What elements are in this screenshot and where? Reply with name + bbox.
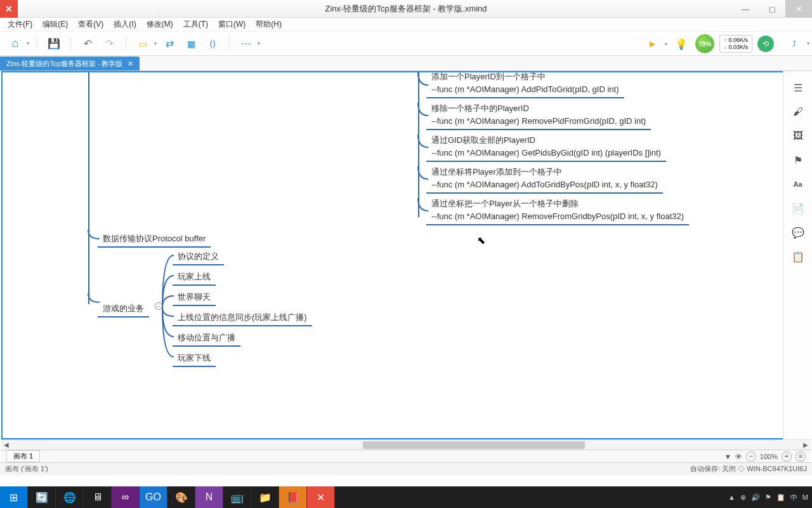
comments-icon[interactable]: 💬 [792, 226, 804, 239]
filter-icon[interactable]: ▼ [724, 453, 731, 460]
node-protocol-buffer[interactable]: 数据传输协议Protocol buffer [98, 231, 211, 248]
summary-icon[interactable]: ⟨⟩ [204, 35, 221, 53]
toolbar: ⌂▾ 💾 ↶ ↷ ▭▾ ⇄ ▦ ⟨⟩ ⋯▾ ▶▾ 💡 79% 0.06K/s 0… [0, 32, 812, 56]
relationship-icon[interactable]: ⇄ [160, 35, 178, 53]
taskbar-goland[interactable]: GO [140, 486, 167, 508]
taskbar-onenote[interactable]: N [195, 486, 223, 508]
text-icon[interactable]: Aa [792, 178, 804, 190]
more-icon[interactable]: ⋯ [237, 35, 255, 53]
eye-icon[interactable]: 👁 [735, 453, 742, 460]
mouse-cursor-icon: ⬉ [477, 234, 485, 246]
node-func-2[interactable]: 通过GID获取全部的PlayerID --func (m *AOIManager… [426, 132, 666, 162]
node-game-business[interactable]: 游戏的业务 [98, 301, 149, 318]
outline-icon[interactable]: ☰ [792, 81, 804, 94]
image-icon[interactable]: 🖼 [792, 130, 804, 142]
node-func-3[interactable]: 通过坐标将Player添加到一个格子中 --func (m *AOIManage… [426, 164, 663, 194]
tab-bar: Zinx-轻量级的Tcp服务器框架 - 教学版 ✕ [0, 56, 812, 71]
node-func-1[interactable]: 移除一个格子中的PlayerID --func (m *AOIManager) … [426, 100, 651, 130]
taskbar-xmind[interactable]: ✕ [307, 486, 335, 508]
windows-taskbar: ⊞ 🔄 🌐 🖥 ∞ GO 🎨 N 📺 📁 📕 ✕ ▲ ⊕ 🔊 ⚑ 📋 中 M [0, 486, 812, 508]
task-icon[interactable]: 📋 [792, 250, 804, 263]
menu-view[interactable]: 查看(V) [74, 18, 107, 31]
horizontal-scrollbar[interactable]: ◀ ▶ [1, 439, 811, 450]
node-sub-4[interactable]: 移动位置与广播 [173, 330, 240, 347]
idea-icon[interactable]: 💡 [672, 35, 690, 53]
redo-icon[interactable]: ↷ [100, 35, 118, 53]
menu-modify[interactable]: 修改(M) [143, 18, 177, 31]
zoom-value: 100% [760, 453, 778, 460]
menu-tools[interactable]: 工具(T) [180, 18, 212, 31]
fit-button[interactable]: ≡ [796, 451, 806, 462]
taskbar-paint[interactable]: 🎨 [167, 486, 195, 508]
menu-bar: 文件(F) 编辑(E) 查看(V) 插入(I) 修改(M) 工具(T) 窗口(W… [0, 18, 812, 32]
export-icon[interactable]: ⤴ [785, 35, 803, 53]
node-func-4[interactable]: 通过坐标把一个Player从一个格子中删除 --func (m *AOIMana… [426, 196, 689, 225]
taskbar-vs[interactable]: ∞ [112, 486, 140, 508]
taskbar-chrome[interactable]: 🌐 [56, 486, 84, 508]
topic-icon[interactable]: ▭ [134, 35, 152, 53]
marker-icon[interactable]: ⚑ [792, 154, 804, 166]
zoom-out-button[interactable]: − [746, 451, 756, 462]
right-sidebar: ☰ 🖌 🖼 ⚑ Aa 📄 💬 📋 [783, 71, 812, 439]
node-sub-5[interactable]: 玩家下线 [173, 351, 216, 367]
presentation-icon[interactable]: ▶ [643, 35, 661, 53]
app-logo-icon: ✕ [0, 0, 18, 18]
tab-label: Zinx-轻量级的Tcp服务器框架 - 教学版 [6, 59, 122, 69]
percent-badge: 79% [695, 34, 714, 53]
node-sub-1[interactable]: 玩家上线 [173, 269, 216, 286]
boundary-icon[interactable]: ▦ [182, 35, 200, 53]
menu-insert[interactable]: 插入(I) [110, 18, 140, 31]
home-icon[interactable]: ⌂ [6, 35, 24, 53]
save-icon[interactable]: 💾 [45, 35, 63, 53]
taskbar-app-8[interactable]: 📺 [223, 486, 251, 508]
menu-file[interactable]: 文件(F) [4, 18, 36, 31]
system-tray[interactable]: ▲ ⊕ 🔊 ⚑ 📋 中 M [728, 493, 808, 502]
zoom-in-button[interactable]: + [782, 451, 792, 462]
menu-window[interactable]: 窗口(W) [214, 18, 249, 31]
collapse-toggle[interactable]: − [155, 302, 162, 310]
minimize-button[interactable]: — [732, 0, 759, 18]
node-sub-2[interactable]: 世界聊天 [173, 290, 216, 306]
status-right: 自动保存: 关闭 ◇ WIN-BC847K1UI6J [690, 464, 807, 474]
node-func-0[interactable]: 添加一个PlayerID到一个格子中 --func (m *AOIManager… [426, 71, 624, 98]
start-button[interactable]: ⊞ [0, 486, 28, 508]
title-bar: ✕ Zinx-轻量级的Tcp服务器框架 - 教学版.xmind — ◻ ✕ [0, 0, 812, 18]
sheet-tab[interactable]: 画布 1 [6, 450, 40, 462]
taskbar-app-3[interactable]: 🖥 [84, 486, 112, 508]
node-sub-0[interactable]: 协议的定义 [173, 249, 224, 265]
document-tab[interactable]: Zinx-轻量级的Tcp服务器框架 - 教学版 ✕ [0, 57, 140, 70]
close-button[interactable]: ✕ [785, 0, 812, 18]
taskbar-pdf[interactable]: 📕 [279, 486, 307, 508]
menu-help[interactable]: 帮助(H) [252, 18, 285, 31]
taskbar-explorer[interactable]: 📁 [251, 486, 279, 508]
sheet-bar: 画布 1 ▼ 👁 − 100% + ≡ [1, 450, 811, 462]
tab-close-icon[interactable]: ✕ [128, 60, 133, 68]
mindmap-canvas[interactable]: 数据传输协议Protocol buffer 游戏的业务 − 协议的定义 玩家上线… [1, 71, 811, 439]
status-bar: 画布 ('画布 1') 自动保存: 关闭 ◇ WIN-BC847K1UI6J [0, 462, 812, 475]
format-icon[interactable]: 🖌 [792, 105, 804, 118]
status-left: 画布 ('画布 1') [5, 464, 48, 474]
share-icon[interactable]: ⟲ [757, 36, 774, 52]
network-monitor: 0.06K/s 0.03K/s [719, 35, 752, 53]
menu-edit[interactable]: 编辑(E) [39, 18, 72, 31]
window-title: Zinx-轻量级的Tcp服务器框架 - 教学版.xmind [325, 3, 487, 15]
taskbar-app-1[interactable]: 🔄 [28, 486, 56, 508]
node-sub-3[interactable]: 上线位置的信息同步(玩家上线广播) [173, 310, 312, 326]
notes-icon[interactable]: 📄 [792, 202, 804, 215]
undo-icon[interactable]: ↶ [79, 35, 96, 53]
maximize-button[interactable]: ◻ [759, 0, 785, 18]
